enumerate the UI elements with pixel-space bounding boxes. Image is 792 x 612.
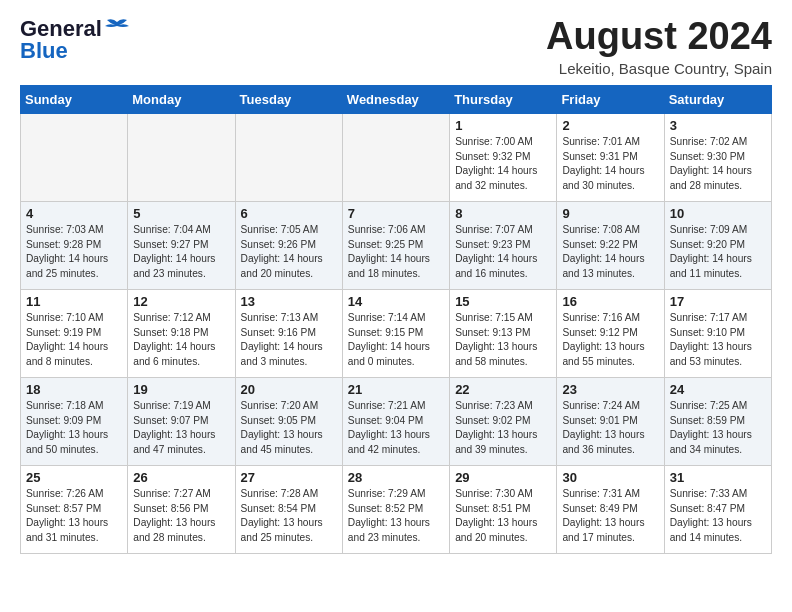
weekday-header-sunday: Sunday (21, 85, 128, 113)
page-header: General Blue August 2024 Lekeitio, Basqu… (20, 16, 772, 77)
calendar-cell: 3Sunrise: 7:02 AM Sunset: 9:30 PM Daylig… (664, 113, 771, 201)
calendar-cell: 31Sunrise: 7:33 AM Sunset: 8:47 PM Dayli… (664, 465, 771, 553)
calendar-cell: 24Sunrise: 7:25 AM Sunset: 8:59 PM Dayli… (664, 377, 771, 465)
weekday-header-thursday: Thursday (450, 85, 557, 113)
day-detail: Sunrise: 7:26 AM Sunset: 8:57 PM Dayligh… (26, 487, 122, 546)
calendar-cell: 22Sunrise: 7:23 AM Sunset: 9:02 PM Dayli… (450, 377, 557, 465)
day-detail: Sunrise: 7:12 AM Sunset: 9:18 PM Dayligh… (133, 311, 229, 370)
day-detail: Sunrise: 7:18 AM Sunset: 9:09 PM Dayligh… (26, 399, 122, 458)
calendar-cell: 10Sunrise: 7:09 AM Sunset: 9:20 PM Dayli… (664, 201, 771, 289)
day-detail: Sunrise: 7:08 AM Sunset: 9:22 PM Dayligh… (562, 223, 658, 282)
day-detail: Sunrise: 7:28 AM Sunset: 8:54 PM Dayligh… (241, 487, 337, 546)
day-detail: Sunrise: 7:33 AM Sunset: 8:47 PM Dayligh… (670, 487, 766, 546)
day-number: 4 (26, 206, 122, 221)
calendar-cell: 26Sunrise: 7:27 AM Sunset: 8:56 PM Dayli… (128, 465, 235, 553)
day-detail: Sunrise: 7:20 AM Sunset: 9:05 PM Dayligh… (241, 399, 337, 458)
day-detail: Sunrise: 7:01 AM Sunset: 9:31 PM Dayligh… (562, 135, 658, 194)
calendar-cell: 25Sunrise: 7:26 AM Sunset: 8:57 PM Dayli… (21, 465, 128, 553)
day-number: 11 (26, 294, 122, 309)
day-number: 12 (133, 294, 229, 309)
calendar-cell: 29Sunrise: 7:30 AM Sunset: 8:51 PM Dayli… (450, 465, 557, 553)
calendar-cell: 1Sunrise: 7:00 AM Sunset: 9:32 PM Daylig… (450, 113, 557, 201)
day-detail: Sunrise: 7:04 AM Sunset: 9:27 PM Dayligh… (133, 223, 229, 282)
weekday-header-saturday: Saturday (664, 85, 771, 113)
calendar-table: SundayMondayTuesdayWednesdayThursdayFrid… (20, 85, 772, 554)
calendar-week-row: 1Sunrise: 7:00 AM Sunset: 9:32 PM Daylig… (21, 113, 772, 201)
day-detail: Sunrise: 7:06 AM Sunset: 9:25 PM Dayligh… (348, 223, 444, 282)
title-block: August 2024 Lekeitio, Basque Country, Sp… (546, 16, 772, 77)
day-number: 1 (455, 118, 551, 133)
logo-bird-icon (103, 18, 131, 40)
day-detail: Sunrise: 7:29 AM Sunset: 8:52 PM Dayligh… (348, 487, 444, 546)
day-number: 6 (241, 206, 337, 221)
day-number: 23 (562, 382, 658, 397)
day-number: 14 (348, 294, 444, 309)
calendar-week-row: 4Sunrise: 7:03 AM Sunset: 9:28 PM Daylig… (21, 201, 772, 289)
calendar-cell (21, 113, 128, 201)
day-detail: Sunrise: 7:30 AM Sunset: 8:51 PM Dayligh… (455, 487, 551, 546)
day-detail: Sunrise: 7:24 AM Sunset: 9:01 PM Dayligh… (562, 399, 658, 458)
day-number: 29 (455, 470, 551, 485)
day-detail: Sunrise: 7:03 AM Sunset: 9:28 PM Dayligh… (26, 223, 122, 282)
weekday-header-monday: Monday (128, 85, 235, 113)
day-number: 31 (670, 470, 766, 485)
calendar-cell (128, 113, 235, 201)
day-number: 3 (670, 118, 766, 133)
calendar-cell: 4Sunrise: 7:03 AM Sunset: 9:28 PM Daylig… (21, 201, 128, 289)
day-detail: Sunrise: 7:25 AM Sunset: 8:59 PM Dayligh… (670, 399, 766, 458)
day-detail: Sunrise: 7:21 AM Sunset: 9:04 PM Dayligh… (348, 399, 444, 458)
calendar-week-row: 18Sunrise: 7:18 AM Sunset: 9:09 PM Dayli… (21, 377, 772, 465)
calendar-cell: 12Sunrise: 7:12 AM Sunset: 9:18 PM Dayli… (128, 289, 235, 377)
day-number: 26 (133, 470, 229, 485)
calendar-cell: 9Sunrise: 7:08 AM Sunset: 9:22 PM Daylig… (557, 201, 664, 289)
calendar-cell: 30Sunrise: 7:31 AM Sunset: 8:49 PM Dayli… (557, 465, 664, 553)
day-number: 13 (241, 294, 337, 309)
calendar-cell: 20Sunrise: 7:20 AM Sunset: 9:05 PM Dayli… (235, 377, 342, 465)
day-detail: Sunrise: 7:15 AM Sunset: 9:13 PM Dayligh… (455, 311, 551, 370)
day-detail: Sunrise: 7:14 AM Sunset: 9:15 PM Dayligh… (348, 311, 444, 370)
calendar-week-row: 11Sunrise: 7:10 AM Sunset: 9:19 PM Dayli… (21, 289, 772, 377)
day-detail: Sunrise: 7:19 AM Sunset: 9:07 PM Dayligh… (133, 399, 229, 458)
day-number: 16 (562, 294, 658, 309)
calendar-week-row: 25Sunrise: 7:26 AM Sunset: 8:57 PM Dayli… (21, 465, 772, 553)
day-detail: Sunrise: 7:13 AM Sunset: 9:16 PM Dayligh… (241, 311, 337, 370)
calendar-cell: 5Sunrise: 7:04 AM Sunset: 9:27 PM Daylig… (128, 201, 235, 289)
day-number: 17 (670, 294, 766, 309)
day-detail: Sunrise: 7:10 AM Sunset: 9:19 PM Dayligh… (26, 311, 122, 370)
day-number: 18 (26, 382, 122, 397)
calendar-cell: 15Sunrise: 7:15 AM Sunset: 9:13 PM Dayli… (450, 289, 557, 377)
weekday-header-tuesday: Tuesday (235, 85, 342, 113)
day-detail: Sunrise: 7:27 AM Sunset: 8:56 PM Dayligh… (133, 487, 229, 546)
calendar-cell (235, 113, 342, 201)
day-detail: Sunrise: 7:05 AM Sunset: 9:26 PM Dayligh… (241, 223, 337, 282)
day-number: 8 (455, 206, 551, 221)
day-number: 10 (670, 206, 766, 221)
calendar-cell: 19Sunrise: 7:19 AM Sunset: 9:07 PM Dayli… (128, 377, 235, 465)
day-number: 19 (133, 382, 229, 397)
day-number: 30 (562, 470, 658, 485)
day-number: 22 (455, 382, 551, 397)
day-number: 27 (241, 470, 337, 485)
day-detail: Sunrise: 7:31 AM Sunset: 8:49 PM Dayligh… (562, 487, 658, 546)
day-number: 5 (133, 206, 229, 221)
calendar-cell: 23Sunrise: 7:24 AM Sunset: 9:01 PM Dayli… (557, 377, 664, 465)
logo: General Blue (20, 16, 132, 64)
calendar-cell: 28Sunrise: 7:29 AM Sunset: 8:52 PM Dayli… (342, 465, 449, 553)
day-number: 9 (562, 206, 658, 221)
calendar-cell: 17Sunrise: 7:17 AM Sunset: 9:10 PM Dayli… (664, 289, 771, 377)
day-detail: Sunrise: 7:09 AM Sunset: 9:20 PM Dayligh… (670, 223, 766, 282)
calendar-cell (342, 113, 449, 201)
weekday-header-wednesday: Wednesday (342, 85, 449, 113)
calendar-cell: 14Sunrise: 7:14 AM Sunset: 9:15 PM Dayli… (342, 289, 449, 377)
day-detail: Sunrise: 7:02 AM Sunset: 9:30 PM Dayligh… (670, 135, 766, 194)
day-detail: Sunrise: 7:17 AM Sunset: 9:10 PM Dayligh… (670, 311, 766, 370)
location-subtitle: Lekeitio, Basque Country, Spain (546, 60, 772, 77)
calendar-cell: 2Sunrise: 7:01 AM Sunset: 9:31 PM Daylig… (557, 113, 664, 201)
month-title: August 2024 (546, 16, 772, 58)
calendar-cell: 13Sunrise: 7:13 AM Sunset: 9:16 PM Dayli… (235, 289, 342, 377)
day-number: 21 (348, 382, 444, 397)
calendar-cell: 27Sunrise: 7:28 AM Sunset: 8:54 PM Dayli… (235, 465, 342, 553)
day-detail: Sunrise: 7:00 AM Sunset: 9:32 PM Dayligh… (455, 135, 551, 194)
day-detail: Sunrise: 7:07 AM Sunset: 9:23 PM Dayligh… (455, 223, 551, 282)
day-number: 25 (26, 470, 122, 485)
